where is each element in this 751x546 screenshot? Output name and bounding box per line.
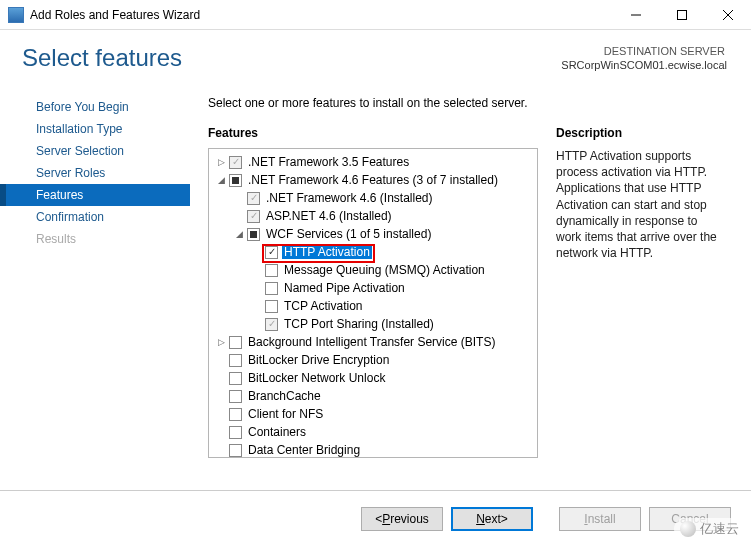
svg-rect-1 xyxy=(678,10,687,19)
feature-label[interactable]: Background Intelligent Transfer Service … xyxy=(246,335,497,349)
next-button[interactable]: Next > xyxy=(451,507,533,531)
maximize-button[interactable] xyxy=(659,0,705,30)
feature-checkbox[interactable] xyxy=(229,336,242,349)
minimize-button[interactable] xyxy=(613,0,659,30)
page-title: Select features xyxy=(22,44,182,72)
feature-label[interactable]: BitLocker Drive Encryption xyxy=(246,353,391,367)
feature-checkbox[interactable] xyxy=(229,426,242,439)
feature-label[interactable]: TCP Port Sharing (Installed) xyxy=(282,317,436,331)
wizard-header: Select features DESTINATION SERVER SRCor… xyxy=(0,30,751,86)
tree-node[interactable]: ◢WCF Services (1 of 5 installed) xyxy=(215,225,533,243)
destination-info: DESTINATION SERVER SRCorpWinSCOM01.ecwis… xyxy=(561,44,727,73)
tree-node[interactable]: Data Center Bridging xyxy=(215,441,533,458)
feature-checkbox[interactable] xyxy=(247,210,260,223)
feature-checkbox[interactable] xyxy=(229,174,242,187)
nav-item-server-roles[interactable]: Server Roles xyxy=(0,162,190,184)
feature-label[interactable]: .NET Framework 3.5 Features xyxy=(246,155,411,169)
chevron-down-icon[interactable]: ◢ xyxy=(233,229,245,239)
tree-node[interactable]: TCP Port Sharing (Installed) xyxy=(215,315,533,333)
wizard-nav: Before You BeginInstallation TypeServer … xyxy=(0,86,190,490)
feature-label[interactable]: Containers xyxy=(246,425,308,439)
chevron-right-icon[interactable]: ▷ xyxy=(215,337,227,347)
description-heading: Description xyxy=(556,126,726,140)
feature-checkbox[interactable] xyxy=(265,318,278,331)
tree-node[interactable]: ASP.NET 4.6 (Installed) xyxy=(215,207,533,225)
nav-item-before-you-begin[interactable]: Before You Begin xyxy=(0,96,190,118)
description-body: HTTP Activation supports process activat… xyxy=(556,148,726,261)
tree-node[interactable]: Containers xyxy=(215,423,533,441)
feature-label[interactable]: BranchCache xyxy=(246,389,323,403)
tree-node[interactable]: HTTP Activation xyxy=(215,243,533,261)
chevron-right-icon[interactable]: ▷ xyxy=(215,157,227,167)
feature-checkbox[interactable] xyxy=(229,444,242,457)
nav-item-features[interactable]: Features xyxy=(0,184,190,206)
feature-label[interactable]: .NET Framework 4.6 Features (3 of 7 inst… xyxy=(246,173,500,187)
feature-label[interactable]: Data Center Bridging xyxy=(246,443,362,457)
watermark: 亿速云 xyxy=(674,518,745,540)
feature-label[interactable]: Message Queuing (MSMQ) Activation xyxy=(282,263,487,277)
wizard-footer: < Previous Next > Install Cancel xyxy=(0,490,751,546)
app-icon xyxy=(8,7,24,23)
feature-checkbox[interactable] xyxy=(229,390,242,403)
feature-checkbox[interactable] xyxy=(229,354,242,367)
feature-checkbox[interactable] xyxy=(247,228,260,241)
tree-node[interactable]: TCP Activation xyxy=(215,297,533,315)
feature-checkbox[interactable] xyxy=(229,156,242,169)
features-tree[interactable]: ▷.NET Framework 3.5 Features◢.NET Framew… xyxy=(208,148,538,458)
feature-checkbox[interactable] xyxy=(265,246,278,259)
feature-checkbox[interactable] xyxy=(265,300,278,313)
window-title: Add Roles and Features Wizard xyxy=(30,8,200,22)
tree-node[interactable]: BitLocker Network Unlock xyxy=(215,369,533,387)
feature-label[interactable]: WCF Services (1 of 5 installed) xyxy=(264,227,433,241)
titlebar: Add Roles and Features Wizard xyxy=(0,0,751,30)
tree-node[interactable]: ▷.NET Framework 3.5 Features xyxy=(215,153,533,171)
tree-node[interactable]: ◢.NET Framework 4.6 Features (3 of 7 ins… xyxy=(215,171,533,189)
destination-server: SRCorpWinSCOM01.ecwise.local xyxy=(561,58,727,72)
tree-node[interactable]: Named Pipe Activation xyxy=(215,279,533,297)
nav-item-results: Results xyxy=(0,228,190,250)
feature-label[interactable]: HTTP Activation xyxy=(282,245,372,259)
feature-checkbox[interactable] xyxy=(265,282,278,295)
previous-button[interactable]: < Previous xyxy=(361,507,443,531)
instruction-text: Select one or more features to install o… xyxy=(208,96,538,110)
features-heading: Features xyxy=(208,126,538,140)
feature-checkbox[interactable] xyxy=(229,372,242,385)
feature-label[interactable]: Named Pipe Activation xyxy=(282,281,407,295)
install-button: Install xyxy=(559,507,641,531)
feature-label[interactable]: .NET Framework 4.6 (Installed) xyxy=(264,191,435,205)
feature-checkbox[interactable] xyxy=(247,192,260,205)
nav-item-server-selection[interactable]: Server Selection xyxy=(0,140,190,162)
tree-node[interactable]: Client for NFS xyxy=(215,405,533,423)
tree-node[interactable]: BitLocker Drive Encryption xyxy=(215,351,533,369)
tree-node[interactable]: .NET Framework 4.6 (Installed) xyxy=(215,189,533,207)
nav-item-installation-type[interactable]: Installation Type xyxy=(0,118,190,140)
tree-node[interactable]: ▷Background Intelligent Transfer Service… xyxy=(215,333,533,351)
nav-item-confirmation[interactable]: Confirmation xyxy=(0,206,190,228)
tree-node[interactable]: BranchCache xyxy=(215,387,533,405)
feature-label[interactable]: Client for NFS xyxy=(246,407,325,421)
feature-checkbox[interactable] xyxy=(265,264,278,277)
tree-node[interactable]: Message Queuing (MSMQ) Activation xyxy=(215,261,533,279)
feature-label[interactable]: BitLocker Network Unlock xyxy=(246,371,387,385)
feature-label[interactable]: ASP.NET 4.6 (Installed) xyxy=(264,209,394,223)
feature-checkbox[interactable] xyxy=(229,408,242,421)
chevron-down-icon[interactable]: ◢ xyxy=(215,175,227,185)
destination-label: DESTINATION SERVER xyxy=(561,44,727,58)
feature-label[interactable]: TCP Activation xyxy=(282,299,364,313)
close-button[interactable] xyxy=(705,0,751,30)
